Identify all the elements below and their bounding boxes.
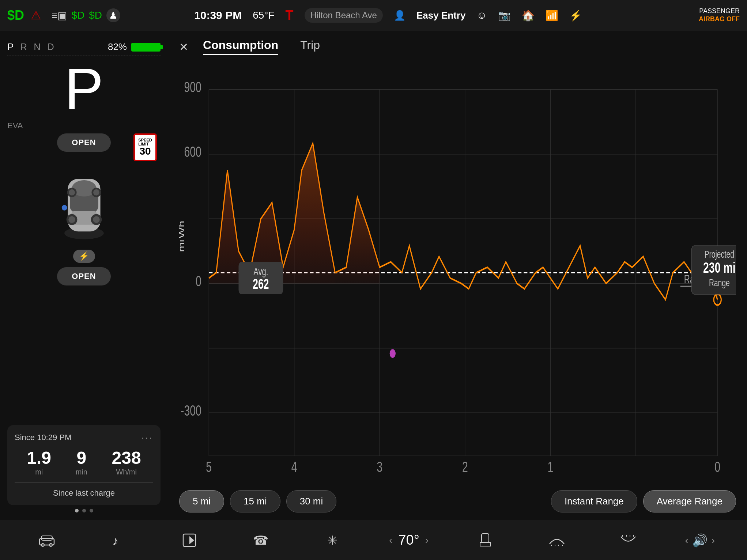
chart-tabs: Consumption Trip — [203, 38, 320, 55]
gear-d: D — [47, 41, 54, 53]
svg-text:mi: mi — [179, 239, 186, 252]
speed-limit-sign: SPEEDLIMIT 30 — [133, 133, 157, 161]
easy-entry-label[interactable]: Easy Entry — [416, 10, 465, 21]
svg-text:230 mi: 230 mi — [703, 259, 735, 276]
svg-point-8 — [93, 216, 100, 223]
dollar-d-icon: $D — [7, 8, 24, 23]
range-5mi-button[interactable]: 5 mi — [179, 490, 224, 512]
warning-icon: ⚠ — [31, 8, 41, 22]
tab-trip[interactable]: Trip — [300, 38, 320, 55]
tab-consumption[interactable]: Consumption — [203, 38, 278, 55]
charge-icon: ⚡ — [73, 250, 95, 263]
temp-value: 70° — [398, 532, 419, 548]
since-last-charge: Since last charge — [15, 482, 153, 498]
svg-point-12 — [93, 189, 99, 196]
nav-text: Hilton Beach Ave — [305, 8, 383, 23]
person-icon: ♟ — [106, 8, 120, 22]
gear-indicator: P — [7, 60, 161, 118]
main-content: P R N D 82% P EVA OPEN SPEEDLIMIT 30 — [0, 31, 747, 520]
wifi-icon: 📶 — [546, 10, 558, 22]
music-icon[interactable]: ♪ — [103, 533, 133, 548]
svg-text:♪: ♪ — [112, 534, 118, 548]
svg-text:3: 3 — [377, 458, 382, 476]
stats-menu[interactable]: ··· — [142, 432, 153, 443]
smiley-icon: ☺ — [476, 10, 487, 21]
prnd-letters: P R N D — [7, 41, 54, 53]
defrost-rear-icon[interactable] — [614, 533, 643, 548]
chart-buttons: 5 mi 15 mi 30 mi Instant Range Average R… — [179, 490, 736, 512]
svg-text:600: 600 — [184, 143, 201, 160]
minutes-stat: 9 min — [76, 448, 87, 476]
camera-icon: 📷 — [498, 10, 511, 22]
seat-icon[interactable] — [471, 532, 500, 548]
person-nav-icon: 👤 — [394, 10, 405, 21]
status-right: PASSENGER AIRBAG OFF — [601, 7, 740, 23]
bottom-bar: ♪ ☎ ✳ ‹ 70° › ‹ 🔊 › — [0, 520, 747, 560]
gear-p: P — [7, 41, 14, 53]
volume-control: ‹ 🔊 › — [685, 533, 715, 548]
average-range-button[interactable]: Average Range — [643, 490, 736, 512]
minutes-unit: min — [76, 468, 87, 476]
tesla-logo: T — [286, 8, 294, 23]
close-button[interactable]: ✕ — [179, 41, 188, 53]
open-bottom-button[interactable]: OPEN — [57, 267, 110, 285]
energy-icon: $D — [71, 10, 84, 21]
right-panel: ✕ Consumption Trip — [168, 31, 747, 520]
minutes-value: 9 — [76, 448, 87, 468]
svg-point-6 — [68, 216, 75, 223]
open-top-button[interactable]: OPEN — [57, 133, 110, 152]
temp-left-arrow[interactable]: ‹ — [389, 534, 392, 546]
status-mid-icons: ≡▣ $D $D ♟ — [52, 8, 120, 22]
svg-point-44 — [390, 349, 396, 358]
airbag-status: AIRBAG OFF — [699, 15, 740, 23]
status-temp: 65°F — [253, 10, 274, 21]
speed-limit-label: SPEEDLIMIT — [138, 138, 152, 146]
miles-stat: 1.9 mi — [27, 448, 51, 476]
temp-right-arrow[interactable]: › — [425, 534, 429, 546]
status-center: 10:39 PM 65°F T Hilton Beach Ave 👤 Easy … — [176, 8, 601, 23]
bluetooth-icon: ⚡ — [569, 10, 582, 22]
battery-bar — [131, 43, 161, 52]
status-left: $D ⚠ ≡▣ $D $D ♟ — [7, 8, 176, 23]
status-bar: $D ⚠ ≡▣ $D $D ♟ 10:39 PM 65°F T Hilton B… — [0, 0, 747, 31]
svg-text:262: 262 — [253, 276, 269, 292]
passenger-airbag: PASSENGER AIRBAG OFF — [699, 7, 740, 23]
chart-area: 900 600 0 -300 Wh mi 5 4 3 2 1 0 — [179, 63, 736, 483]
range-30mi-button[interactable]: 30 mi — [286, 490, 337, 512]
wh-unit: Wh/mi — [112, 468, 141, 476]
eva-label: EVA — [7, 121, 23, 130]
wh-value: 238 — [112, 448, 141, 468]
status-time: 10:39 PM — [194, 9, 242, 22]
stats-box: Since 10:29 PM ··· 1.9 mi 9 min 238 Wh/m… — [7, 425, 161, 505]
battery-percent: 82% — [108, 41, 127, 53]
instant-range-button[interactable]: Instant Range — [551, 490, 637, 512]
svg-text:5: 5 — [206, 458, 212, 476]
defrost-front-icon[interactable] — [542, 533, 571, 548]
svg-point-13 — [61, 205, 67, 211]
range-15mi-button[interactable]: 15 mi — [230, 490, 280, 512]
svg-text:900: 900 — [184, 79, 201, 96]
gear-r: R — [20, 41, 27, 53]
svg-text:Range: Range — [709, 277, 730, 288]
svg-text:1: 1 — [547, 458, 553, 476]
media-icon[interactable] — [175, 533, 204, 548]
home-icon[interactable]: 🏠 — [522, 10, 535, 22]
svg-text:0: 0 — [714, 458, 720, 476]
svg-text:-300: -300 — [181, 402, 201, 419]
consumption-chart: 900 600 0 -300 Wh mi 5 4 3 2 1 0 — [179, 63, 736, 483]
pagination-dots — [7, 509, 161, 512]
svg-text:2: 2 — [462, 458, 468, 476]
vol-right-arrow[interactable]: › — [711, 534, 715, 546]
car-nav-icon[interactable] — [32, 533, 61, 548]
vol-left-arrow[interactable]: ‹ — [685, 534, 688, 546]
volume-icon[interactable]: 🔊 — [692, 533, 708, 548]
svg-text:0: 0 — [196, 273, 201, 290]
prnd-row: P R N D 82% — [7, 38, 161, 56]
dot-3 — [90, 509, 93, 512]
speed-limit-value: 30 — [139, 146, 151, 156]
svg-marker-43 — [335, 197, 380, 284]
svg-text:Wh: Wh — [179, 221, 186, 239]
phone-icon[interactable]: ☎ — [246, 533, 275, 548]
fan-icon[interactable]: ✳ — [318, 533, 347, 548]
energy-icon2: $D — [89, 10, 102, 21]
